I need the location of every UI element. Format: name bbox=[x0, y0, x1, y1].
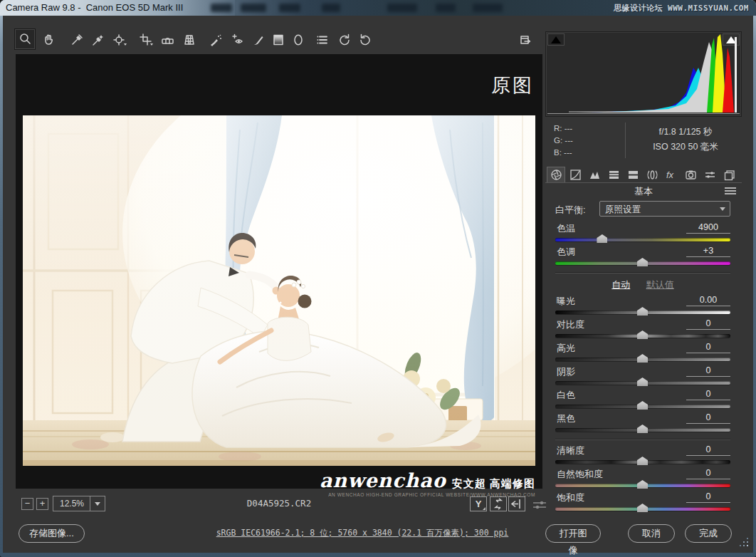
zoom-tool[interactable] bbox=[14, 28, 36, 50]
adjustment-brush-tool[interactable] bbox=[250, 31, 267, 48]
slider-vibrance: 自然饱和度 0 bbox=[555, 468, 730, 491]
auto-link[interactable]: 自动 bbox=[611, 279, 630, 290]
slider-track[interactable] bbox=[555, 405, 730, 408]
camera-calibration-tab[interactable] bbox=[681, 167, 700, 182]
snapshots-tab[interactable] bbox=[720, 167, 738, 182]
slider-thumb[interactable] bbox=[637, 480, 648, 489]
radial-filter-tool[interactable] bbox=[290, 31, 307, 48]
slider-label: 饱和度 bbox=[557, 491, 584, 504]
panel-title: 基本 bbox=[545, 185, 742, 198]
slider-track[interactable] bbox=[555, 334, 730, 338]
default-link[interactable]: 默认值 bbox=[646, 279, 674, 290]
white-balance-value: 原照设置 bbox=[605, 204, 641, 216]
hand-tool[interactable] bbox=[40, 31, 57, 48]
divider bbox=[625, 123, 626, 158]
rotate-right-tool[interactable] bbox=[357, 31, 374, 48]
slider-track[interactable] bbox=[555, 460, 730, 464]
slider-thumb[interactable] bbox=[637, 354, 648, 363]
rotate-left-tool[interactable] bbox=[336, 31, 353, 48]
straighten-tool[interactable] bbox=[159, 31, 177, 48]
slider-value-field[interactable]: 0 bbox=[686, 318, 730, 330]
slider-thumb[interactable] bbox=[637, 401, 648, 410]
censored-item bbox=[322, 4, 340, 12]
slider-track[interactable] bbox=[555, 507, 730, 511]
panel-menu-icon[interactable] bbox=[725, 187, 736, 194]
white-balance-select[interactable]: 原照设置 bbox=[599, 201, 730, 217]
workflow-options-link[interactable]: sRGB IEC61966-2.1; 8 位; 5760 x 3840 (22.… bbox=[209, 528, 515, 538]
slider-track[interactable] bbox=[555, 358, 730, 361]
basic-tab[interactable] bbox=[547, 167, 565, 182]
slider-value-field[interactable]: 0 bbox=[686, 468, 730, 479]
crop-tool[interactable] bbox=[138, 31, 155, 48]
effects-tab[interactable]: fx bbox=[662, 167, 681, 182]
histogram bbox=[545, 31, 742, 117]
slider-exposure: 曝光 0.00 bbox=[555, 295, 730, 318]
slider-track[interactable] bbox=[555, 261, 730, 265]
filename-label: D04A5925.CR2 bbox=[16, 498, 542, 509]
adjustments-sidebar: R: --- G: --- B: --- f/1.8 1/125 秒 ISO 3… bbox=[545, 16, 749, 519]
targeted-adjustment-tool[interactable] bbox=[111, 31, 128, 48]
slider-thumb[interactable] bbox=[637, 457, 648, 465]
slider-highlights: 高光 0 bbox=[555, 342, 730, 365]
done-button[interactable]: 完成 bbox=[685, 524, 732, 543]
cancel-button[interactable]: 取消 bbox=[628, 524, 675, 543]
presets-tab[interactable] bbox=[700, 167, 719, 182]
detail-tab[interactable] bbox=[585, 167, 604, 182]
white-balance-tool[interactable] bbox=[68, 31, 85, 48]
svg-text:fx: fx bbox=[666, 170, 674, 180]
slider-thumb[interactable] bbox=[637, 330, 648, 339]
slider-value-field[interactable]: 0 bbox=[686, 365, 730, 377]
open-image-button[interactable]: 打开图像 bbox=[545, 524, 601, 543]
slider-value-field[interactable]: 0.00 bbox=[686, 295, 730, 306]
slider-saturation: 饱和度 0 bbox=[555, 491, 730, 515]
spot-removal-tool[interactable] bbox=[208, 31, 225, 48]
toggle-fullscreen-icon[interactable] bbox=[517, 31, 534, 48]
slider-thumb[interactable] bbox=[637, 307, 648, 316]
copy-settings-button[interactable] bbox=[508, 496, 525, 511]
swap-before-after-button[interactable] bbox=[490, 496, 507, 511]
lens-corrections-tab[interactable] bbox=[643, 167, 661, 182]
slider-value-field[interactable]: 0 bbox=[686, 444, 730, 456]
chevron-down-icon bbox=[720, 207, 725, 211]
slider-thumb[interactable] bbox=[637, 425, 648, 433]
panel-header: 基本 bbox=[545, 184, 742, 198]
slider-thumb[interactable] bbox=[597, 234, 607, 243]
color-sampler-tool[interactable] bbox=[90, 31, 107, 48]
slider-track[interactable] bbox=[555, 311, 730, 314]
image-preview-area[interactable]: 原图 bbox=[16, 54, 542, 489]
slider-thumb[interactable] bbox=[637, 378, 648, 386]
graduated-filter-tool[interactable] bbox=[270, 31, 287, 48]
exif-info: R: --- G: --- B: --- f/1.8 1/125 秒 ISO 3… bbox=[545, 118, 742, 162]
slider-value-field[interactable]: 0 bbox=[686, 491, 730, 503]
titlebar[interactable]: Camera Raw 9.8 - Canon EOS 5D Mark III 思… bbox=[0, 0, 756, 16]
slider-value-field[interactable]: 4900 bbox=[686, 222, 730, 234]
photo-wedding-couple bbox=[23, 115, 535, 466]
watermark-script: anwenchao bbox=[320, 469, 446, 491]
slider-label: 色温 bbox=[557, 222, 575, 235]
slider-value-field[interactable]: 0 bbox=[686, 412, 730, 424]
slider-value-field[interactable]: 0 bbox=[686, 342, 730, 353]
red-eye-tool[interactable] bbox=[229, 31, 246, 48]
slider-track[interactable] bbox=[555, 381, 730, 385]
slider-thumb[interactable] bbox=[637, 504, 648, 512]
preferences-tool[interactable] bbox=[314, 31, 331, 48]
slider-label: 色调 bbox=[557, 246, 575, 259]
slider-thumb[interactable] bbox=[637, 258, 648, 266]
resize-grip[interactable] bbox=[747, 545, 748, 546]
save-image-button[interactable]: 存储图像... bbox=[19, 524, 85, 543]
slider-track[interactable] bbox=[555, 428, 730, 432]
slider-track[interactable] bbox=[555, 238, 730, 241]
slider-value-field[interactable]: 0 bbox=[686, 389, 730, 400]
tone-curve-tab[interactable] bbox=[566, 167, 584, 182]
slider-track[interactable] bbox=[555, 484, 730, 487]
window-title: Camera Raw 9.8 - Canon EOS 5D Mark III bbox=[6, 2, 183, 13]
hsl-grayscale-tab[interactable] bbox=[604, 167, 623, 182]
before-after-view-button[interactable]: Y bbox=[470, 496, 487, 511]
slider-value-field[interactable]: +3 bbox=[686, 246, 730, 257]
transform-tool[interactable] bbox=[181, 31, 198, 48]
slider-label: 清晰度 bbox=[557, 444, 584, 457]
histogram-plot bbox=[547, 33, 740, 113]
split-toning-tab[interactable] bbox=[624, 167, 642, 182]
divider bbox=[555, 272, 730, 274]
rgb-b-readout: B: --- bbox=[554, 147, 573, 159]
